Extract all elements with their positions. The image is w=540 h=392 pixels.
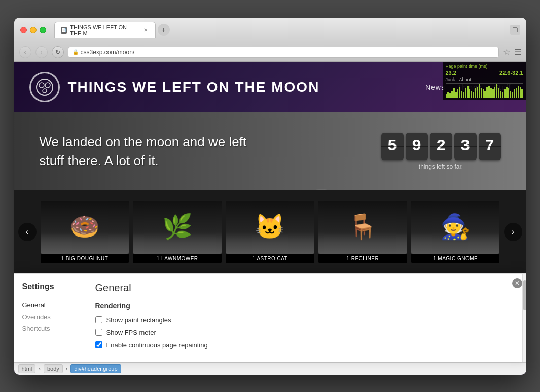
carousel-item-image: 🐱 xyxy=(226,201,314,254)
counter-digit: 9 xyxy=(406,133,428,160)
checkbox-input[interactable] xyxy=(95,341,102,348)
address-bar: ‹ › ↻ 🔒 css3exp.com/moon/ ☆ ☰ xyxy=(14,43,526,62)
chart-bar xyxy=(461,91,462,98)
active-tab[interactable]: 📄 THINGS WE LEFT ON THE M ✕ xyxy=(54,22,156,38)
rendering-section-title: Rendering xyxy=(95,302,512,310)
chart-bar xyxy=(449,93,451,98)
chart-bar xyxy=(457,89,459,98)
checkbox-label: Show paint rectangles xyxy=(106,316,171,324)
traffic-lights xyxy=(20,27,46,33)
url-text: css3exp.com/moon/ xyxy=(81,49,135,56)
chart-bar xyxy=(510,91,511,98)
paint-overlay-title: Page paint time (ms) xyxy=(446,64,523,69)
chart-bar xyxy=(479,84,480,98)
chart-bar xyxy=(471,91,472,98)
chart-bar xyxy=(498,88,499,98)
close-window-button[interactable] xyxy=(20,27,27,33)
carousel-items: 🍩 1 BIG DOUGHNUT 🌿 1 LAWNMOWER 🐱 1 ASTRO… xyxy=(41,201,500,263)
breadcrumb-div[interactable]: div#header.group xyxy=(70,364,121,373)
back-button[interactable]: ‹ xyxy=(19,46,31,58)
paint-time-overlay: Page paint time (ms) 23.2 22.6-32.1 Junk… xyxy=(443,62,526,100)
chart-bar xyxy=(504,89,506,98)
browser-content: Page paint time (ms) 23.2 22.6-32.1 Junk… xyxy=(14,62,526,375)
chart-bar xyxy=(520,87,521,98)
chart-bar xyxy=(516,88,517,98)
forward-button[interactable]: › xyxy=(35,46,48,58)
title-bar: 📄 THINGS WE LEFT ON THE M ✕ + xyxy=(14,18,526,43)
carousel-prev-button[interactable]: ‹ xyxy=(18,223,37,241)
checkbox-input[interactable] xyxy=(95,329,102,336)
counter-area: 59237 things left so far. xyxy=(381,133,501,170)
site-logo-area: THINGS WE LEFT ON THE MOON xyxy=(29,72,320,102)
chart-bar xyxy=(518,86,519,98)
scrollbar-track[interactable] xyxy=(522,274,526,362)
paint-nav-junk[interactable]: Junk xyxy=(446,77,455,82)
chart-bar xyxy=(508,88,510,98)
chart-bar xyxy=(500,91,501,98)
settings-nav-shortcuts[interactable]: Shortcuts xyxy=(22,323,77,334)
settings-nav-overrides[interactable]: Overrides xyxy=(22,311,77,323)
chart-bar xyxy=(475,88,476,98)
bottom-bar: html › body › div#header.group xyxy=(14,362,526,375)
counter-digit: 3 xyxy=(454,133,477,160)
chart-bar xyxy=(453,88,455,98)
chart-bar xyxy=(447,92,449,98)
checkbox-input[interactable] xyxy=(95,316,102,323)
bookmark-button[interactable]: ☆ xyxy=(503,47,510,57)
chart-bar xyxy=(455,92,457,98)
carousel-item-label: 1 RECLINER xyxy=(318,254,407,263)
carousel-section: ‹ 🍩 1 BIG DOUGHNUT 🌿 1 LAWNMOWER 🐱 1 AST… xyxy=(14,190,526,273)
chart-bar xyxy=(494,87,496,98)
tab-close-button[interactable]: ✕ xyxy=(142,27,149,34)
settings-main-content: General Rendering Show paint rectanglesS… xyxy=(85,274,522,362)
chart-bar xyxy=(492,89,494,98)
carousel-item[interactable]: 🍩 1 BIG DOUGHNUT xyxy=(41,201,129,263)
browser-window: 📄 THINGS WE LEFT ON THE M ✕ + ‹ › ↻ 🔒 cs… xyxy=(14,18,526,375)
maximize-window-button[interactable] xyxy=(40,27,46,33)
url-secure-icon: 🔒 xyxy=(73,49,79,55)
counter-label: things left so far. xyxy=(381,163,501,170)
carousel-item[interactable]: 🪑 1 RECLINER xyxy=(318,201,407,263)
checkbox-row: Show FPS meter xyxy=(95,329,512,336)
menu-button[interactable]: ☰ xyxy=(514,47,521,57)
tab-title: THINGS WE LEFT ON THE M xyxy=(70,24,139,36)
window-expand-button[interactable] xyxy=(510,25,520,35)
counter-digit: 5 xyxy=(381,133,404,160)
svg-point-3 xyxy=(43,89,47,93)
tab-favicon: 📄 xyxy=(61,27,67,34)
carousel-item-label: 1 BIG DOUGHNUT xyxy=(41,254,129,263)
carousel-item-label: 1 MAGIC GNOME xyxy=(411,254,500,263)
carousel-item[interactable]: 🧙 1 MAGIC GNOME xyxy=(411,201,500,263)
breadcrumb-html[interactable]: html xyxy=(18,364,36,373)
settings-checkboxes: Show paint rectanglesShow FPS meterEnabl… xyxy=(95,316,512,349)
chart-bar xyxy=(481,88,482,98)
checkbox-label: Enable continuous page repainting xyxy=(106,341,208,349)
paint-nav-about[interactable]: About xyxy=(459,77,472,82)
chart-bar xyxy=(483,89,484,98)
carousel-item-label: 1 LAWNMOWER xyxy=(133,254,222,263)
carousel-item-label: 1 ASTRO CAT xyxy=(226,254,314,263)
carousel-item-image: 🍩 xyxy=(41,201,129,254)
settings-main-title: General xyxy=(95,282,512,294)
carousel-item-image: 🌿 xyxy=(133,201,222,254)
settings-nav-general[interactable]: General xyxy=(22,299,77,311)
new-tab-button[interactable]: + xyxy=(158,24,170,36)
minimize-window-button[interactable] xyxy=(30,27,37,33)
settings-close-button[interactable]: ✕ xyxy=(512,278,522,288)
chart-bar xyxy=(446,94,447,98)
hero-text: We landed on the moon and we left stuff … xyxy=(40,133,247,170)
url-bar[interactable]: 🔒 css3exp.com/moon/ xyxy=(68,47,499,58)
chart-bar xyxy=(514,89,515,98)
chart-bar xyxy=(490,88,492,98)
carousel-item[interactable]: 🌿 1 LAWNMOWER xyxy=(133,201,222,263)
reload-button[interactable]: ↻ xyxy=(52,46,64,58)
paint-nav: Junk About xyxy=(446,77,523,82)
chart-bar xyxy=(469,89,471,98)
chart-bar xyxy=(451,91,453,98)
breadcrumb-body[interactable]: body xyxy=(44,364,63,373)
chart-bar xyxy=(484,91,486,98)
scrollbar-thumb[interactable] xyxy=(523,280,526,310)
carousel-item[interactable]: 🐱 1 ASTRO CAT xyxy=(226,201,314,263)
carousel-next-button[interactable]: › xyxy=(504,223,522,241)
paint-bar-chart xyxy=(446,83,523,98)
